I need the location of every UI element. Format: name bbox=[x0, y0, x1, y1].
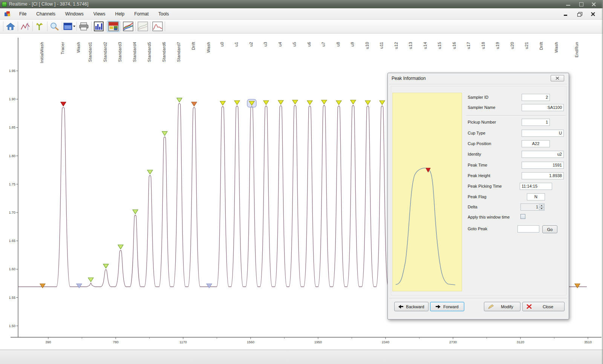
x-tick-label: 780 bbox=[113, 340, 118, 344]
y-tick-label: 1.85 bbox=[9, 125, 15, 129]
menu-windows[interactable]: Windows bbox=[60, 10, 89, 18]
spinner-up-icon[interactable] bbox=[539, 204, 544, 207]
sampler-name-label: Sampler Name bbox=[468, 104, 495, 111]
peak-height-label: Peak Height bbox=[468, 172, 490, 179]
peak-preview-curve bbox=[393, 93, 462, 291]
child-close-icon[interactable] bbox=[591, 12, 595, 16]
x-tick-label: 2340 bbox=[382, 340, 389, 344]
apply-window-checkbox[interactable] bbox=[520, 214, 525, 219]
sample-label: Standard3 bbox=[118, 42, 122, 62]
peak-picking-time-input[interactable]: 11:14:15 bbox=[520, 183, 552, 190]
delta-stepper[interactable]: 1 bbox=[520, 203, 545, 211]
toolbar bbox=[0, 20, 603, 34]
table-view-dropdown-caret[interactable] bbox=[73, 26, 75, 27]
sample-label: Standard1 bbox=[88, 42, 92, 62]
child-minimize-icon[interactable] bbox=[564, 12, 568, 16]
image-view-icon[interactable] bbox=[107, 21, 120, 32]
sample-label: Wash bbox=[76, 42, 81, 53]
backward-button[interactable]: Backward bbox=[394, 302, 429, 311]
x-tick-label: 1170 bbox=[179, 340, 187, 344]
dialog-close-button[interactable] bbox=[551, 75, 564, 81]
peak-marker[interactable] bbox=[365, 101, 370, 105]
peak-marker[interactable] bbox=[61, 102, 66, 106]
delta-spinner-arrows[interactable] bbox=[539, 204, 544, 210]
peak-marker[interactable] bbox=[292, 100, 298, 104]
peak-marker[interactable] bbox=[350, 100, 356, 104]
sample-label: u17 bbox=[466, 42, 471, 49]
table-view-icon[interactable] bbox=[63, 21, 76, 32]
sampler-name-input[interactable]: SA1100 bbox=[522, 104, 564, 111]
title-bar: Realtime - [Cl [ Cllow ] - 3874, 1.5746] bbox=[0, 0, 603, 8]
peak-marker[interactable] bbox=[77, 284, 82, 288]
peak-flag-input[interactable]: N bbox=[527, 193, 545, 200]
trace-faded-icon[interactable] bbox=[136, 21, 149, 32]
peak-time-input[interactable]: 1591 bbox=[522, 162, 564, 169]
peak-marker[interactable] bbox=[133, 210, 138, 214]
menu-help[interactable]: Help bbox=[110, 10, 130, 18]
peak-marker[interactable] bbox=[40, 284, 45, 288]
goto-peak-input[interactable] bbox=[517, 225, 539, 232]
peak-marker[interactable] bbox=[191, 102, 197, 106]
go-button[interactable]: Go bbox=[542, 225, 557, 233]
print-icon[interactable] bbox=[78, 21, 90, 32]
peak-marker[interactable] bbox=[321, 100, 327, 104]
x-tick-label: 390 bbox=[45, 340, 51, 344]
apply-window-label: Apply this window time bbox=[468, 214, 510, 220]
window-title: Realtime - [Cl [ Cllow ] - 3874, 1.5746] bbox=[9, 2, 89, 7]
close-button[interactable]: Close bbox=[522, 302, 565, 311]
peak-marker[interactable] bbox=[336, 101, 341, 105]
y-tick-label: 1.65 bbox=[9, 239, 15, 243]
menu-channels[interactable]: Channels bbox=[31, 10, 60, 18]
zoom-icon[interactable] bbox=[48, 21, 61, 32]
minimize-icon[interactable] bbox=[566, 2, 571, 6]
close-icon[interactable] bbox=[592, 2, 596, 6]
peak-marker[interactable] bbox=[162, 132, 167, 136]
sample-label: u15 bbox=[437, 42, 442, 49]
x-tick-label: 2730 bbox=[449, 340, 457, 344]
menu-tools[interactable]: Tools bbox=[153, 10, 174, 18]
menu-file[interactable]: File bbox=[14, 10, 31, 18]
peak-marker[interactable] bbox=[234, 101, 240, 105]
axis-arrows-icon[interactable] bbox=[34, 21, 46, 32]
sample-label: u8 bbox=[336, 42, 340, 47]
peak-marker[interactable] bbox=[88, 278, 93, 282]
peak-height-input[interactable]: 1.8938 bbox=[522, 172, 564, 179]
maximize-icon[interactable] bbox=[579, 2, 583, 6]
menu-format[interactable]: Format bbox=[129, 10, 153, 18]
spinner-down-icon[interactable] bbox=[539, 207, 544, 210]
peak-marker[interactable] bbox=[220, 101, 225, 105]
peak-marker[interactable] bbox=[177, 98, 182, 102]
modify-button[interactable]: Modify bbox=[484, 302, 520, 311]
sampler-id-input[interactable]: 2 bbox=[522, 94, 550, 101]
pickup-number-input[interactable]: 1 bbox=[522, 119, 550, 126]
sample-label: u6 bbox=[307, 42, 311, 47]
peak-marker[interactable] bbox=[307, 101, 312, 105]
peak-marker[interactable] bbox=[263, 101, 269, 105]
line-chart-icon[interactable] bbox=[19, 21, 32, 32]
child-restore-icon[interactable] bbox=[577, 12, 582, 16]
peak-marker[interactable] bbox=[575, 284, 580, 288]
peak-marker[interactable] bbox=[147, 170, 153, 174]
bar-chart-icon[interactable] bbox=[92, 21, 105, 32]
multi-trace-icon[interactable] bbox=[122, 21, 135, 32]
cup-type-input[interactable]: U bbox=[522, 130, 564, 137]
menu-views[interactable]: Views bbox=[89, 10, 110, 18]
sample-label: u4 bbox=[278, 42, 282, 47]
home-icon[interactable] bbox=[4, 21, 17, 32]
forward-button[interactable]: Forward bbox=[430, 302, 464, 311]
preview-peak-marker bbox=[426, 168, 430, 172]
y-tick-label: 1.90 bbox=[9, 97, 15, 101]
cup-position-input[interactable]: A22 bbox=[522, 140, 550, 147]
document-icon bbox=[5, 11, 11, 17]
identity-label: Identity bbox=[468, 151, 481, 158]
peak-marker[interactable] bbox=[207, 284, 212, 288]
sample-label: u20 bbox=[510, 42, 514, 49]
identity-input[interactable]: u2 bbox=[522, 151, 564, 158]
peak-marker[interactable] bbox=[103, 264, 109, 268]
peak-marker[interactable] bbox=[118, 245, 123, 249]
cup-type-label: Cup Type bbox=[468, 130, 485, 136]
y-tick-label: 1.80 bbox=[9, 154, 15, 158]
single-trace-icon[interactable] bbox=[151, 21, 164, 32]
peak-marker[interactable] bbox=[278, 100, 283, 104]
peak-marker[interactable] bbox=[380, 101, 385, 105]
